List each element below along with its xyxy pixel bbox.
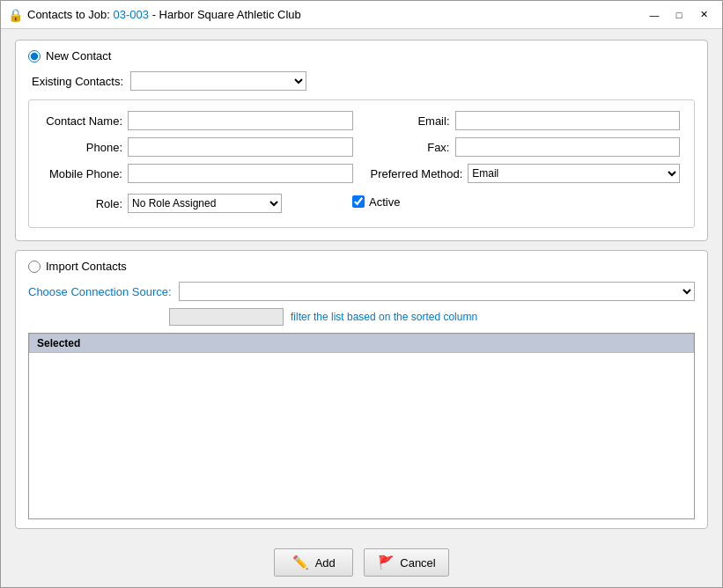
form-inner: Contact Name: Phone: Mobile Phone: [28, 99, 695, 228]
new-contact-radio-label[interactable]: New Contact [28, 49, 695, 62]
form-grid: Contact Name: Phone: Mobile Phone: [43, 111, 680, 183]
main-window: 🔒 Contacts to Job: 03-003 - Harbor Squar… [0, 0, 723, 588]
close-button[interactable]: ✕ [692, 5, 715, 25]
add-button[interactable]: Add [274, 548, 353, 577]
preferred-method-row: Preferred Method: Email Phone Fax Mail [371, 164, 681, 183]
title-bar-left: 🔒 Contacts to Job: 03-003 - Harbor Squar… [8, 8, 301, 22]
mobile-phone-label: Mobile Phone: [43, 167, 122, 180]
contacts-table: Selected [29, 334, 694, 353]
import-contacts-header: Import Contacts [28, 260, 695, 273]
cancel-button[interactable]: Cancel [364, 548, 448, 577]
new-contact-label-text: New Contact [46, 49, 111, 62]
minimize-button[interactable]: — [643, 5, 666, 25]
phone-input[interactable] [128, 137, 353, 157]
left-col: Contact Name: Phone: Mobile Phone: [43, 111, 353, 183]
lock-icon: 🔒 [8, 8, 22, 22]
filter-row: filter the list based on the sorted colu… [28, 308, 695, 326]
maximize-button[interactable]: □ [668, 5, 690, 25]
contact-name-row: Contact Name: [43, 111, 353, 130]
phone-row: Phone: [43, 137, 353, 157]
existing-contacts-label: Existing Contacts: [32, 75, 123, 88]
contact-name-input[interactable] [128, 111, 353, 130]
filter-text: filter the list based on the sorted colu… [291, 311, 477, 323]
title-bar: 🔒 Contacts to Job: 03-003 - Harbor Squar… [1, 1, 722, 29]
preferred-method-dropdown[interactable]: Email Phone Fax Mail [468, 164, 680, 183]
fax-label: Fax: [371, 141, 450, 154]
role-active-row: Role: No Role Assigned Active [43, 190, 680, 213]
role-label: Role: [43, 197, 122, 210]
fax-input[interactable] [455, 137, 681, 157]
import-contacts-label-text: Import Contacts [46, 260, 127, 273]
active-checkbox[interactable] [352, 195, 365, 208]
mobile-phone-row: Mobile Phone: [43, 164, 353, 183]
email-row: Email: [371, 111, 681, 130]
connection-source-dropdown[interactable] [179, 282, 695, 301]
filter-input[interactable] [169, 308, 284, 326]
cancel-label: Cancel [400, 556, 435, 570]
cancel-icon [377, 554, 395, 571]
active-row: Active [352, 195, 400, 209]
import-contacts-radio[interactable] [28, 261, 41, 273]
import-contacts-section: Import Contacts Choose Connection Source… [15, 250, 708, 529]
contacts-table-container[interactable]: Selected [28, 333, 695, 519]
email-input[interactable] [455, 111, 681, 130]
existing-contacts-row: Existing Contacts: [28, 71, 695, 91]
connection-source-row: Choose Connection Source: [28, 282, 695, 301]
fax-row: Fax: [371, 137, 681, 157]
mobile-phone-input[interactable] [128, 164, 353, 183]
connection-source-label: Choose Connection Source: [28, 285, 172, 298]
active-label: Active [369, 195, 400, 209]
email-label: Email: [371, 114, 450, 128]
role-row: Role: No Role Assigned [43, 194, 282, 213]
new-contact-radio[interactable] [28, 50, 41, 62]
footer: Add Cancel [1, 540, 722, 587]
title-bar-controls: — □ ✕ [643, 5, 715, 25]
add-icon [292, 554, 310, 571]
phone-label: Phone: [43, 141, 122, 154]
preferred-method-label: Preferred Method: [371, 167, 463, 180]
new-contact-section: New Contact Existing Contacts: Contact N… [15, 40, 708, 241]
title-text: Contacts to Job: 03-003 - Harbor Square … [27, 8, 301, 21]
existing-contacts-dropdown[interactable] [130, 71, 306, 91]
contact-name-label: Contact Name: [43, 114, 122, 128]
selected-column-header[interactable]: Selected [30, 334, 694, 353]
main-content: New Contact Existing Contacts: Contact N… [1, 29, 722, 540]
right-col: Email: Fax: Preferred Method: Email Phon… [371, 111, 681, 183]
role-dropdown[interactable]: No Role Assigned [128, 194, 282, 213]
add-label: Add [315, 556, 336, 570]
